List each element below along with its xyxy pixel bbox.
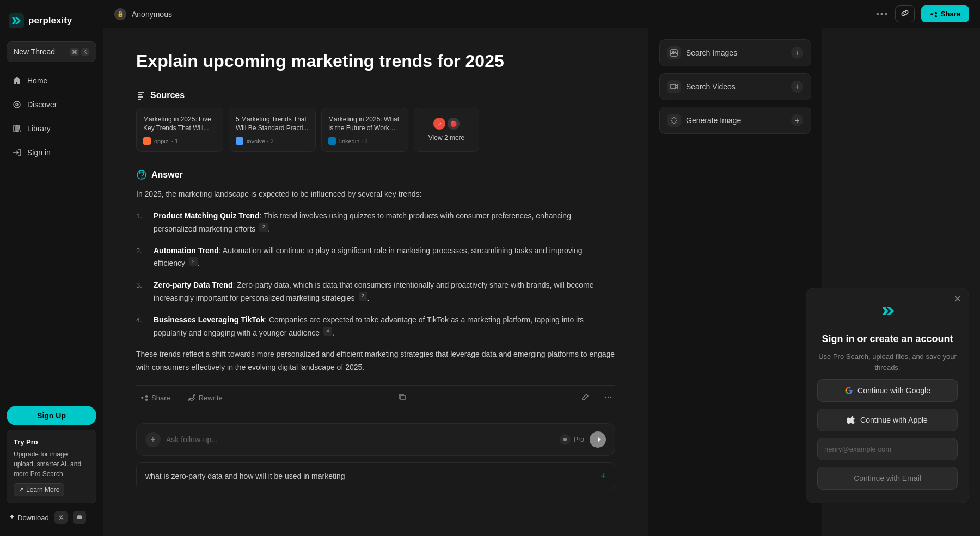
copy-button[interactable] [395,391,409,405]
source-title-2: 5 Marketing Trends That Will Be Standard… [236,115,309,133]
sidebar-item-home[interactable]: Home [7,71,96,90]
try-pro-box: Try Pro Upgrade for image upload, smarte… [7,430,96,504]
source-card-2[interactable]: 5 Marketing Trends That Will Be Standard… [229,108,316,153]
answer-icon [136,169,147,180]
discover-icon [12,100,22,109]
list-item-1: 1. Product Matching Quiz Trend: This tre… [136,210,615,236]
more-options-button[interactable]: ••• [876,9,889,19]
action-bar: Share Rewrite [136,385,615,410]
home-label: Home [27,76,47,85]
continue-google-button[interactable]: Continue with Google [817,379,958,402]
view-more-text: View 2 more [428,134,464,142]
more-actions-button[interactable] [601,391,615,405]
view-more-card[interactable]: ↗ 🔴 View 2 more [414,108,479,153]
right-sidebar: Search Images + Search Videos + [648,28,822,536]
citation-3[interactable]: 2 [359,292,367,301]
x-social-icon[interactable] [54,511,68,524]
source-favicon-3 [328,137,336,145]
search-videos-plus: + [791,81,803,93]
generate-image-action[interactable]: Generate Image + [659,107,811,134]
svg-point-8 [605,397,606,398]
followup-input[interactable] [166,435,554,444]
sources-header: Sources [136,90,615,100]
sources-section: Sources Marketing in 2025: Five Key Tren… [136,90,615,153]
sidebar-bottom: Sign Up Try Pro Upgrade for image upload… [7,406,96,528]
sources-icon [136,90,146,100]
source-card-3[interactable]: Marketing in 2025: What Is the Future of… [321,108,408,153]
followup-add-button[interactable]: + [145,432,161,447]
search-videos-label: Search Videos [686,82,736,91]
anonymous-label: Anonymous [132,10,172,19]
list-num-4: 4. [136,314,147,340]
pro-dot [560,434,571,445]
signup-button[interactable]: Sign Up [7,406,96,425]
apple-icon [847,416,856,424]
list-num-2: 2. [136,245,147,271]
search-images-left: Search Images [667,46,737,59]
answer-header: Answer [136,169,615,180]
copy-icon [399,393,406,401]
share-action-icon [140,394,148,401]
citation-4[interactable]: 4 [323,327,332,336]
continue-email-button[interactable]: Continue with Email [817,467,958,490]
related-plus-icon: + [600,471,606,482]
shortcut-cmd: ⌘ [70,48,79,56]
answer-title: Answer [151,170,183,180]
citation-1[interactable]: 2 [259,223,268,232]
sidebar-item-signin[interactable]: Sign in [7,143,96,162]
google-icon [844,386,853,395]
pro-toggle: Pro [560,434,584,445]
image-icon [667,46,681,59]
generate-image-label: Generate Image [686,116,741,125]
submit-followup-button[interactable] [590,431,606,448]
download-button[interactable]: Download [9,514,49,522]
answer-section: Answer In 2025, the marketing landscape … [136,169,615,410]
list-content-2: Automation Trend: Automation will contin… [154,245,615,271]
source-title-1: Marketing in 2025: Five Key Trends That … [143,115,216,133]
google-btn-label: Continue with Google [857,386,930,395]
new-thread-label: New Thread [14,47,55,56]
learn-more-button[interactable]: ↗ Learn More [14,483,64,496]
list-item-4: 4. Businesses Leveraging TikTok: Compani… [136,314,615,340]
share-button[interactable]: Share [921,5,969,22]
home-icon [12,76,22,86]
popup-close-button[interactable]: ✕ [954,294,961,304]
email-input[interactable] [817,438,958,460]
discord-social-icon[interactable] [73,511,86,524]
logo-text: perplexity [28,15,72,26]
popup-logo [878,301,897,325]
related-question[interactable]: what is zero-party data and how will it … [136,462,615,490]
sidebar-item-library[interactable]: Library [7,119,96,138]
download-row: Download [7,508,96,527]
svg-point-6 [142,178,142,178]
search-images-action[interactable]: Search Images + [659,39,811,66]
svg-point-9 [608,397,609,398]
rewrite-icon [188,394,195,401]
answer-intro: In 2025, the marketing landscape is expe… [136,188,615,201]
popup-title: Sign in or create an account [822,333,953,345]
followup-section: + Pro [136,423,615,456]
share-label: Share [941,10,960,18]
arrow-icon: ↗ [19,486,24,494]
sidebar-item-discover[interactable]: Discover [7,95,96,114]
share-answer-button[interactable]: Share [136,392,175,404]
view-more-icon-1: ↗ [433,118,445,130]
library-label: Library [27,124,51,133]
edit-button[interactable] [578,391,592,405]
view-more-icons: ↗ 🔴 [433,118,460,130]
rewrite-button[interactable]: Rewrite [183,392,227,404]
page-title: Explain upcoming marketing trends for 20… [136,50,615,73]
logo: perplexity [7,9,96,37]
svg-rect-3 [14,125,15,132]
pro-dot-icon [562,437,568,442]
discover-label: Discover [27,100,57,109]
citation-2[interactable]: 2 [189,257,198,266]
link-button[interactable] [895,5,915,22]
library-icon [12,124,22,133]
try-pro-title: Try Pro [14,437,89,448]
source-card-1[interactable]: Marketing in 2025: Five Key Trends That … [136,108,223,153]
topbar: 🔒 Anonymous ••• Share [103,0,980,28]
continue-apple-button[interactable]: Continue with Apple [817,409,958,431]
search-videos-action[interactable]: Search Videos + [659,73,811,100]
new-thread-button[interactable]: New Thread ⌘ K [7,41,96,62]
